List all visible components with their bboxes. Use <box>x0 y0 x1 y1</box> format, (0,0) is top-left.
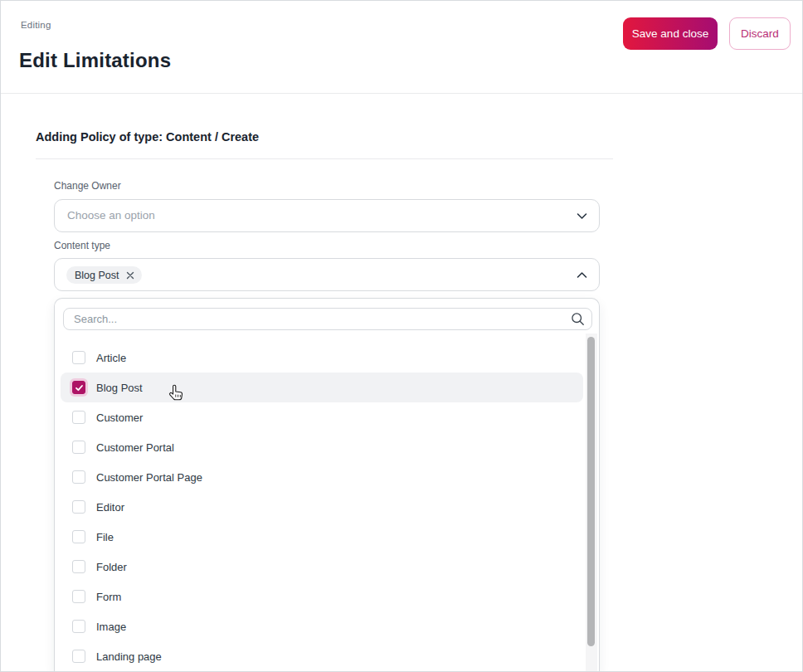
change-owner-label: Change Owner <box>54 180 121 192</box>
option-label: Editor <box>96 501 124 514</box>
checkbox-icon[interactable] <box>72 351 85 364</box>
discard-button[interactable]: Discard <box>729 17 791 50</box>
list-item[interactable]: Customer Portal Page <box>61 462 583 492</box>
list-item[interactable]: Customer <box>61 402 583 432</box>
search-input[interactable] <box>63 308 592 330</box>
magnifier-icon <box>571 312 585 326</box>
search-field <box>63 308 592 330</box>
checkbox-checked-icon[interactable] <box>72 381 85 394</box>
list-item[interactable]: Customer Portal <box>61 432 583 462</box>
chevron-up-icon <box>575 268 589 282</box>
checkbox-icon[interactable] <box>72 500 85 514</box>
option-label: Landing page <box>96 650 162 663</box>
scrollbar-thumb[interactable] <box>587 337 595 646</box>
checkbox-icon[interactable] <box>72 411 85 424</box>
change-owner-placeholder: Choose an option <box>67 200 155 231</box>
list-item[interactable]: Blog Post <box>61 373 583 402</box>
option-label: Customer Portal <box>96 441 174 454</box>
checkbox-icon[interactable] <box>72 470 85 484</box>
option-list: ArticleBlog PostCustomerCustomer PortalC… <box>55 343 599 671</box>
eyebrow-text: Editing <box>21 20 51 30</box>
list-item[interactable]: Folder <box>61 552 583 582</box>
list-item[interactable]: Landing page <box>61 641 583 671</box>
checkbox-icon[interactable] <box>72 441 85 454</box>
list-item[interactable]: Image <box>61 611 583 641</box>
option-label: Folder <box>96 561 127 573</box>
chip-label: Blog Post <box>75 270 119 281</box>
save-and-close-button[interactable]: Save and close <box>623 17 718 50</box>
header-actions: Save and close Discard <box>623 17 791 50</box>
list-item[interactable]: Form <box>61 582 583 611</box>
checkbox-icon[interactable] <box>72 620 85 633</box>
header: Editing Edit Limitations Save and close … <box>1 1 802 94</box>
option-label: File <box>96 531 114 543</box>
selected-chip: Blog Post <box>66 266 142 284</box>
page-title: Edit Limitations <box>19 49 171 72</box>
option-label: Image <box>96 621 126 633</box>
section-heading: Adding Policy of type: Content / Create <box>36 130 259 144</box>
checkbox-icon[interactable] <box>72 590 85 603</box>
edit-limitations-page: Editing Edit Limitations Save and close … <box>0 0 803 672</box>
checkbox-icon[interactable] <box>72 530 85 543</box>
scrollbar-track[interactable] <box>586 334 597 672</box>
chevron-down-icon <box>575 209 589 223</box>
checkbox-icon[interactable] <box>72 560 85 573</box>
list-item[interactable]: Article <box>61 343 583 373</box>
section-divider <box>36 158 613 159</box>
content-type-dropdown-panel: ArticleBlog PostCustomerCustomer PortalC… <box>54 298 600 672</box>
checkbox-icon[interactable] <box>72 650 85 663</box>
list-item[interactable]: Editor <box>61 492 583 522</box>
option-label: Article <box>96 352 126 364</box>
option-label: Customer <box>96 411 143 424</box>
option-label: Blog Post <box>96 382 143 394</box>
option-label: Customer Portal Page <box>96 471 202 484</box>
content-type-multiselect[interactable]: Blog Post <box>54 258 600 291</box>
option-label: Form <box>96 591 121 603</box>
list-item[interactable]: File <box>61 522 583 552</box>
content-type-label: Content type <box>54 240 110 251</box>
change-owner-select[interactable]: Choose an option <box>54 199 600 232</box>
chip-remove-x-icon[interactable] <box>126 271 134 280</box>
